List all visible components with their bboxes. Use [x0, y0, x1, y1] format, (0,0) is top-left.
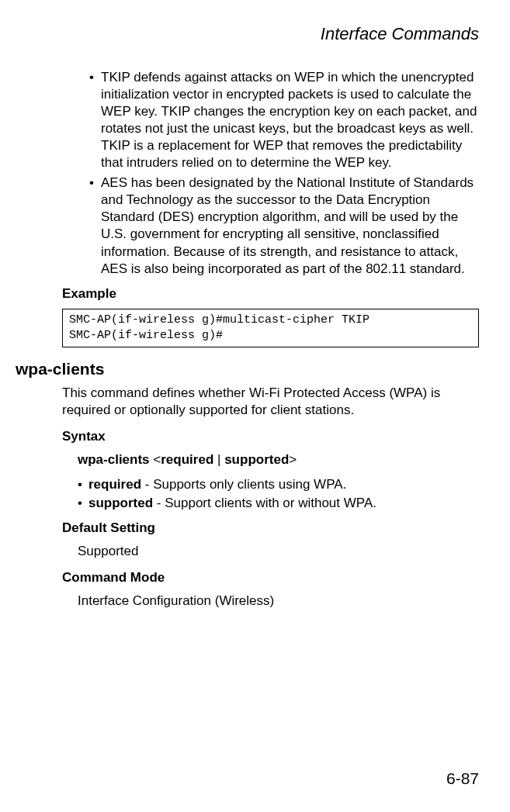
syntax-supported: supported [224, 452, 289, 467]
command-mode-label: Command Mode [62, 569, 479, 586]
page-content: Interface Commands TKIP defends against … [0, 0, 510, 610]
page-header-title: Interface Commands [16, 23, 479, 46]
syntax-label: Syntax [62, 428, 479, 445]
bullet-aes: AES has been designated by the National … [89, 174, 479, 278]
option-required: required - Supports only clients using W… [78, 476, 479, 493]
syntax-lt: < [150, 452, 161, 467]
page-number: 6-87 [446, 768, 479, 789]
syntax-command: wpa-clients [78, 452, 150, 467]
option-supported-desc: - Support clients with or without WPA. [153, 496, 376, 510]
syntax-options-list: required - Supports only clients using W… [78, 476, 479, 512]
example-label: Example [62, 285, 479, 302]
bullet-tkip: TKIP defends against attacks on WEP in w… [89, 69, 479, 172]
command-title: wpa-clients [16, 358, 479, 379]
option-supported-label: supported [88, 496, 153, 510]
option-supported: supported - Support clients with or with… [78, 495, 479, 512]
default-setting-value: Supported [78, 543, 479, 560]
code-line-1: SMC-AP(if-wireless g)#multicast-cipher T… [69, 313, 369, 327]
syntax-line: wpa-clients <required | supported> [78, 451, 479, 468]
option-required-desc: - Supports only clients using WPA. [141, 477, 346, 492]
syntax-pipe: | [213, 452, 224, 467]
option-required-label: required [88, 477, 141, 492]
code-example: SMC-AP(if-wireless g)#multicast-cipher T… [62, 309, 479, 348]
code-line-2: SMC-AP(if-wireless g)# [69, 329, 223, 342]
command-description: This command defines whether Wi-Fi Prote… [62, 385, 479, 419]
syntax-gt: > [289, 452, 297, 467]
default-setting-label: Default Setting [62, 520, 479, 537]
command-mode-value: Interface Configuration (Wireless) [78, 593, 479, 610]
syntax-required: required [161, 452, 213, 467]
top-bullet-list: TKIP defends against attacks on WEP in w… [89, 69, 479, 278]
